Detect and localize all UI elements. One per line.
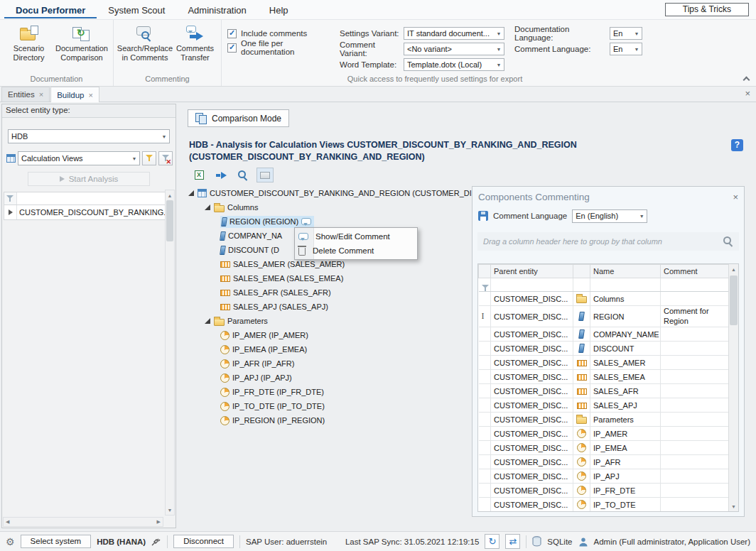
connected-system-label: HDB (HANA) <box>97 538 146 546</box>
include-comments-checkbox[interactable] <box>227 29 237 38</box>
menu-help[interactable]: Help <box>258 1 300 18</box>
component-row[interactable]: CUSTOMER_DISC... IP_AFR <box>479 455 730 469</box>
zoom-button[interactable] <box>234 168 252 182</box>
left-vertical-scrollbar[interactable]: ▲ ▼ <box>165 190 175 515</box>
sync-button[interactable]: ↻ <box>485 534 500 549</box>
close-icon[interactable]: × <box>39 90 43 99</box>
scroll-down-icon[interactable]: ▼ <box>729 501 738 511</box>
folder-icon <box>576 417 587 424</box>
scroll-up-icon[interactable]: ▲ <box>729 264 738 274</box>
search-replace-comments-button[interactable]: Search/Replace in Comments <box>119 23 171 63</box>
settings-variant-select[interactable]: IT standard document... ▼ <box>404 27 504 40</box>
tree-item[interactable]: IP_APJ (IP_APJ) <box>186 371 472 385</box>
tree-item[interactable]: IP_REGION (IP_REGION) <box>186 413 472 427</box>
menu-show-edit-comment[interactable]: Show/Edit Comment <box>295 229 417 244</box>
transfer-sync-button[interactable]: ⇄ <box>505 534 520 549</box>
tree-item[interactable]: IP_AFR (IP_AFR) <box>186 356 472 371</box>
close-pane-icon[interactable]: × <box>745 88 750 99</box>
tab-buildup[interactable]: Buildup × <box>50 87 99 102</box>
filter-row[interactable] <box>479 278 730 292</box>
tips-tricks-button[interactable]: Tips & Tricks <box>665 3 749 16</box>
component-row[interactable]: CUSTOMER_DISC... Columns <box>479 292 730 306</box>
comments-toggle-button[interactable] <box>256 168 274 182</box>
group-by-bar[interactable]: Drag a column header here to group by th… <box>477 232 739 251</box>
help-button[interactable]: ? <box>731 139 743 151</box>
left-horizontal-scrollbar[interactable]: ◀ ▶ <box>3 517 163 527</box>
clear-filter-button[interactable]: ✕ <box>158 151 173 165</box>
entity-type-select[interactable]: Calculation Views ▼ <box>18 151 140 165</box>
tree-item[interactable]: SALES_AFR (SALES_AFR) <box>186 285 472 300</box>
word-template-select[interactable]: Template.dotx (Local) ▼ <box>404 58 504 71</box>
tree-item[interactable]: IP_FR_DTE (IP_FR_DTE) <box>186 385 472 399</box>
scrollbar-thumb[interactable] <box>730 276 738 325</box>
edit-filter-button[interactable] <box>142 151 156 165</box>
scroll-up-icon[interactable]: ▲ <box>166 190 174 200</box>
component-row[interactable]: CUSTOMER_DISC... IP_APJ <box>479 469 730 484</box>
select-system-button[interactable]: Select system <box>21 535 92 548</box>
tree-item[interactable]: IP_TO_DTE (IP_TO_DTE) <box>186 399 472 413</box>
grid-filter-row[interactable] <box>4 192 168 205</box>
component-row[interactable]: CUSTOMER_DISC... IP_FR_DTE <box>479 484 730 498</box>
one-file-checkbox[interactable] <box>227 43 237 53</box>
component-row[interactable]: CUSTOMER_DISC... SALES_EMEA <box>479 370 730 384</box>
close-icon[interactable]: × <box>89 91 93 99</box>
scroll-right-icon[interactable]: ▶ <box>157 519 161 525</box>
tree-item[interactable]: Parameters <box>186 314 472 328</box>
component-row[interactable]: CUSTOMER_DISC... COMPANY_NAME <box>479 327 730 342</box>
scrollbar-thumb[interactable] <box>166 200 173 241</box>
menu-administration[interactable]: Administration <box>176 1 257 18</box>
search-icon[interactable] <box>723 236 733 246</box>
tree-item[interactable]: Columns <box>186 200 472 214</box>
tree-item-selected[interactable]: REGION (REGION) <box>186 214 472 229</box>
tab-entities[interactable]: Entities × <box>1 87 50 102</box>
component-row-editing[interactable]: I CUSTOMER_DISC... REGION Comment for Re… <box>479 306 730 327</box>
export-excel-button[interactable]: X <box>190 168 207 182</box>
close-panel-icon[interactable]: × <box>733 192 738 202</box>
disconnect-button[interactable]: Disconnect <box>173 535 234 548</box>
expander-icon[interactable] <box>188 190 195 197</box>
col-comment[interactable]: Comment <box>661 265 730 278</box>
component-row[interactable]: CUSTOMER_DISC... SALES_AFR <box>479 384 730 398</box>
scroll-left-icon[interactable]: ◀ <box>6 519 9 525</box>
documentation-language-select[interactable]: En ▼ <box>610 27 642 40</box>
tree-item[interactable]: CUSTOMER_DISCOUNT_BY_RANKING_AND_REGION … <box>186 186 472 200</box>
component-row[interactable]: CUSTOMER_DISC... DISCOUNT <box>479 342 730 356</box>
save-icon[interactable] <box>478 211 488 221</box>
one-file-checkbox-row[interactable]: One file per documentation <box>227 40 330 55</box>
system-select[interactable]: HDB ▼ <box>8 129 170 143</box>
tree-item[interactable]: IP_EMEA (IP_EMEA) <box>186 342 472 356</box>
panel-language-select[interactable]: En (English) ▼ <box>572 209 647 223</box>
component-row[interactable]: CUSTOMER_DISC... SALES_AMER <box>479 356 730 370</box>
tree-item[interactable]: SALES_EMEA (SALES_EMEA) <box>186 271 472 285</box>
comment-language-select[interactable]: En ▼ <box>610 43 642 55</box>
component-row[interactable]: CUSTOMER_DISC... IP_AMER <box>479 427 730 441</box>
scenario-directory-button[interactable]: Scenario Directory <box>6 23 52 63</box>
col-name[interactable]: Name <box>590 265 661 278</box>
include-comments-checkbox-row[interactable]: Include comments <box>227 26 330 40</box>
component-row[interactable]: CUSTOMER_DISC... IP_TO_DTE <box>479 498 730 512</box>
expander-icon[interactable] <box>205 204 211 211</box>
table-vertical-scrollbar[interactable]: ▲ ▼ <box>728 264 738 511</box>
comments-transfer-button[interactable]: Comments Transfer <box>175 23 215 63</box>
menu-docu-performer[interactable]: Docu Performer <box>4 1 97 18</box>
col-parent-entity[interactable]: Parent entity <box>491 265 573 278</box>
tree-item[interactable]: SALES_APJ (SALES_APJ) <box>186 300 472 314</box>
comparison-mode-button[interactable]: Comparison Mode <box>188 109 289 127</box>
tools-icon[interactable]: ⚙ <box>6 536 15 547</box>
component-row[interactable]: CUSTOMER_DISC... Parameters <box>479 413 730 427</box>
expander-icon[interactable] <box>205 318 211 324</box>
documentation-comparison-button[interactable]: ↻ Documentation Comparison <box>56 23 107 63</box>
component-row[interactable]: CUSTOMER_DISC... IP_EMEA <box>479 441 730 455</box>
menu-delete-comment[interactable]: Delete Comment <box>295 244 417 258</box>
start-analysis-button[interactable]: Start Analysis <box>28 172 150 186</box>
expand-row-icon[interactable] <box>9 209 13 215</box>
transfer-button[interactable] <box>212 168 230 182</box>
component-row[interactable]: CUSTOMER_DISC... SALES_APJ <box>479 398 730 413</box>
entity-grid-row[interactable]: CUSTOMER_DISCOUNT_BY_RANKING... <box>4 205 168 220</box>
scroll-down-icon[interactable]: ▼ <box>166 505 174 515</box>
comment-variant-select[interactable]: <No variant> ▼ <box>404 43 504 55</box>
menu-system-scout[interactable]: System Scout <box>97 1 176 18</box>
trash-icon <box>298 248 306 256</box>
collapse-ribbon-icon[interactable] <box>743 77 750 84</box>
tree-item[interactable]: IP_AMER (IP_AMER) <box>186 328 472 342</box>
